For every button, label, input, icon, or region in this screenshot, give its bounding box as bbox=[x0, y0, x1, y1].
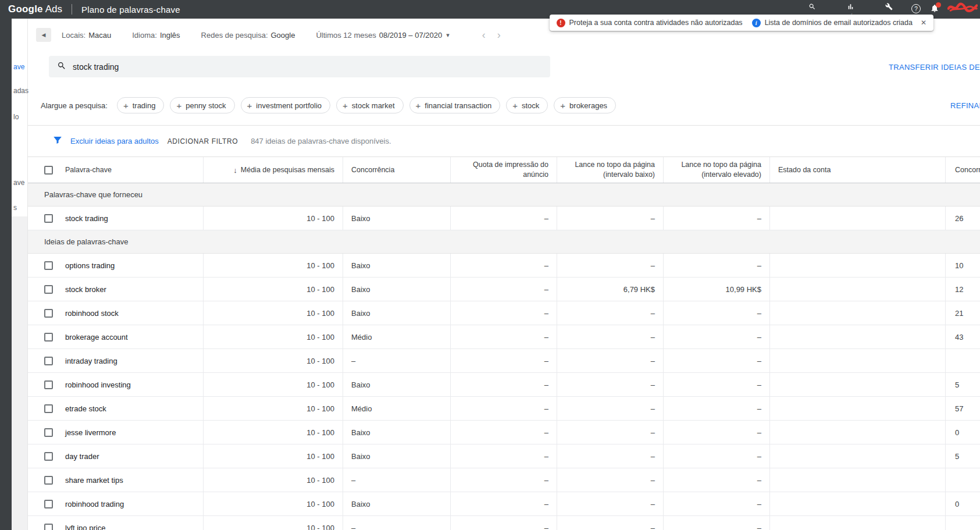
google-ads-logo[interactable]: Google Ads bbox=[8, 3, 62, 15]
cell-account-status bbox=[770, 207, 946, 230]
cell-bid-high: – bbox=[664, 492, 770, 515]
sidebar-dark-rail bbox=[0, 19, 12, 530]
next-period-icon[interactable]: › bbox=[497, 30, 501, 40]
sidebar-item[interactable]: s bbox=[13, 204, 17, 212]
row-checkbox[interactable] bbox=[44, 452, 53, 461]
cell-keyword: brokerage account bbox=[65, 333, 128, 342]
table-header-row: Palavra-chave ↓ Média de pesquisas mensa… bbox=[28, 156, 980, 183]
add-filter-button[interactable]: ADICIONAR FILTRO bbox=[168, 137, 238, 145]
topbar-divider bbox=[72, 4, 72, 15]
cell-account-status bbox=[770, 444, 946, 468]
cell-bid-low: – bbox=[557, 349, 664, 372]
table-row: stock broker 10 - 100 Baixo – 6,79 HK$ 1… bbox=[28, 278, 980, 301]
broaden-chip[interactable]: + brokerages bbox=[554, 97, 616, 113]
cell-keyword-wrap: options trading bbox=[28, 254, 204, 277]
locations-selector[interactable]: Locais: Macau bbox=[62, 31, 111, 40]
header-competition-index[interactable]: Concorr bbox=[946, 157, 980, 183]
logo-google-text: Google bbox=[8, 3, 43, 15]
cell-keyword-wrap: day trader bbox=[28, 444, 204, 468]
networks-selector[interactable]: Redes de pesquisa: Google bbox=[201, 31, 295, 40]
broaden-chip[interactable]: + stock bbox=[506, 97, 548, 113]
close-icon[interactable]: ✕ bbox=[921, 19, 926, 27]
header-top-bid-low[interactable]: Lance no topo da página (intervalo baixo… bbox=[557, 157, 664, 183]
language-selector[interactable]: Idioma: Inglês bbox=[132, 31, 180, 40]
cell-keyword-wrap: intraday trading bbox=[28, 349, 204, 372]
broaden-chip[interactable]: + penny stock bbox=[170, 97, 234, 113]
row-checkbox[interactable] bbox=[44, 285, 53, 294]
header-account-status[interactable]: Estado da conta bbox=[770, 157, 946, 183]
section-label: Ideias de palavras-chave bbox=[44, 237, 129, 246]
notifications-bell-icon[interactable] bbox=[930, 3, 939, 15]
cell-account-status bbox=[770, 468, 946, 492]
row-checkbox[interactable] bbox=[44, 309, 53, 318]
row-checkbox[interactable] bbox=[44, 333, 53, 342]
cell-account-status bbox=[770, 373, 946, 396]
table-row: etrade stock 10 - 100 Médio – – – 57 bbox=[28, 397, 980, 421]
cell-competition: – bbox=[343, 468, 451, 492]
cell-account-status bbox=[770, 278, 946, 301]
cell-account-status bbox=[770, 421, 946, 444]
plus-icon: + bbox=[416, 101, 421, 110]
header-competition[interactable]: Concorrência bbox=[343, 157, 451, 183]
cell-avg: 10 - 100 bbox=[204, 492, 343, 515]
row-checkbox[interactable] bbox=[44, 524, 53, 530]
row-checkbox[interactable] bbox=[44, 261, 53, 270]
header-top-bid-high[interactable]: Lance no topo da página (intervalo eleva… bbox=[664, 157, 770, 183]
cell-competition: Baixo bbox=[343, 254, 451, 277]
cell-avg: 10 - 100 bbox=[204, 444, 343, 468]
row-checkbox[interactable] bbox=[44, 357, 53, 365]
cell-keyword-wrap: share market tips bbox=[28, 468, 204, 492]
row-checkbox[interactable] bbox=[44, 214, 53, 223]
cell-impr-share: – bbox=[451, 349, 557, 372]
sidebar-item[interactable]: ave bbox=[13, 179, 24, 187]
cell-competition: Baixo bbox=[343, 421, 451, 444]
cell-competition: Médio bbox=[343, 325, 451, 348]
previous-period-icon[interactable]: ‹ bbox=[482, 30, 486, 40]
exclude-adult-ideas-link[interactable]: Excluir ideias para adultos bbox=[70, 137, 159, 145]
table-row: share market tips 10 - 100 – – – – bbox=[28, 468, 980, 492]
row-checkbox[interactable] bbox=[44, 500, 53, 508]
security-alert-link[interactable]: Proteja a sua conta contra atividades nã… bbox=[569, 19, 743, 27]
header-keyword[interactable]: Palavra-chave bbox=[28, 157, 204, 183]
select-all-checkbox[interactable] bbox=[44, 166, 53, 175]
broaden-chip[interactable]: + stock market bbox=[336, 97, 403, 113]
row-checkbox[interactable] bbox=[44, 404, 53, 413]
cell-account-status bbox=[770, 325, 946, 348]
broaden-chip[interactable]: + financial transaction bbox=[409, 97, 501, 113]
refine-keywords-link[interactable]: REFINAR PA bbox=[950, 101, 980, 110]
sidebar-item[interactable]: ave bbox=[13, 63, 24, 71]
table-row: intraday trading 10 - 100 – – – – bbox=[28, 349, 980, 373]
cell-keyword: jesse livermore bbox=[65, 428, 116, 437]
row-checkbox[interactable] bbox=[44, 380, 53, 389]
cell-account-status bbox=[770, 492, 946, 515]
cell-bid-low: 6,79 HK$ bbox=[557, 278, 664, 301]
header-ad-impression-share[interactable]: Quota de impressão do anúncio bbox=[451, 157, 557, 183]
cell-competition: Médio bbox=[343, 397, 451, 420]
cell-avg: 10 - 100 bbox=[204, 278, 343, 301]
row-checkbox[interactable] bbox=[44, 476, 53, 485]
cell-competition-index: 26 bbox=[946, 207, 980, 230]
cell-bid-high: – bbox=[664, 325, 770, 348]
date-range-selector[interactable]: Últimos 12 meses 08/2019 – 07/2020 ▾ bbox=[316, 31, 449, 40]
cell-competition-index: 5 bbox=[946, 444, 980, 468]
header-avg-monthly-searches[interactable]: ↓ Média de pesquisas mensais bbox=[204, 157, 343, 183]
cell-bid-low: – bbox=[557, 373, 664, 396]
cell-bid-high: – bbox=[664, 421, 770, 444]
cell-bid-low: – bbox=[557, 468, 664, 492]
chip-label: penny stock bbox=[186, 101, 226, 110]
sidebar-item[interactable]: adas bbox=[13, 87, 28, 95]
broaden-chip[interactable]: + trading bbox=[117, 97, 165, 113]
collapse-panel-button[interactable]: ◀ bbox=[36, 28, 51, 42]
email-list-created-link[interactable]: Lista de domínios de email autorizados c… bbox=[765, 19, 913, 27]
chip-label: financial transaction bbox=[425, 101, 491, 110]
row-checkbox[interactable] bbox=[44, 428, 53, 437]
wrench-icon bbox=[885, 2, 893, 13]
keyword-search-input[interactable]: stock trading bbox=[49, 56, 550, 77]
cell-bid-high: – bbox=[664, 301, 770, 325]
sidebar-item[interactable]: lo bbox=[13, 113, 19, 121]
cell-competition-index: 43 bbox=[946, 325, 980, 348]
help-icon[interactable]: ? bbox=[911, 4, 921, 13]
networks-value: Google bbox=[271, 31, 295, 40]
broaden-chip[interactable]: + investment portfolio bbox=[241, 97, 331, 113]
download-keyword-ideas-link[interactable]: TRANSFERIR IDEIAS DE bbox=[889, 62, 980, 71]
